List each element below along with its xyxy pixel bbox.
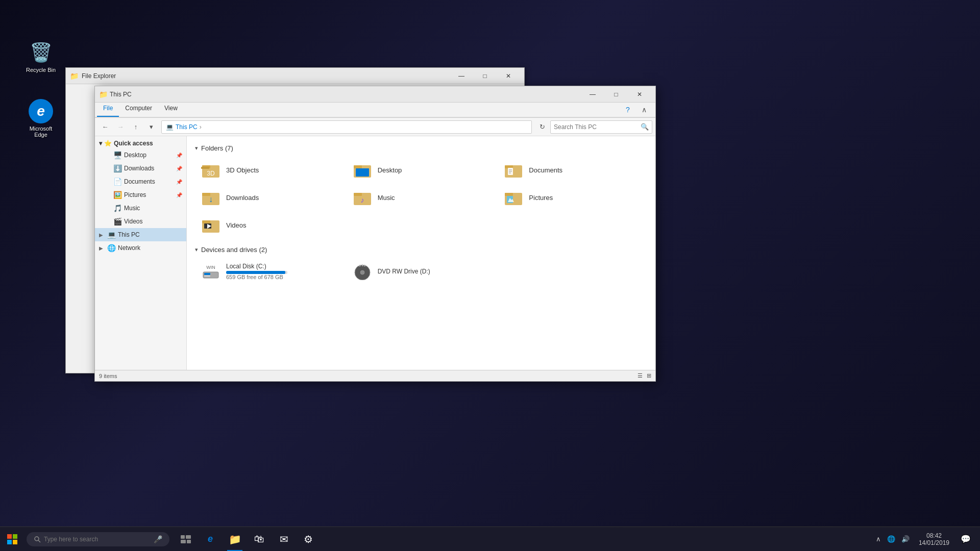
pin-icon: 📌 (176, 166, 182, 171)
folder-3d-objects[interactable]: 3D 3D Objects (195, 157, 345, 183)
maximize-button[interactable]: □ (604, 86, 628, 103)
network-icon[interactable]: 🌐 (884, 527, 898, 551)
folder-music[interactable]: ♪ Music (347, 185, 496, 210)
mail-taskbar-button[interactable]: ✉ (272, 527, 296, 552)
up-button[interactable]: ↑ (129, 120, 143, 134)
videos-label: Videos (226, 221, 247, 229)
svg-rect-39 (7, 540, 12, 544)
tab-view[interactable]: View (158, 103, 184, 117)
task-view-button[interactable] (174, 527, 198, 552)
svg-rect-24 (202, 220, 210, 223)
breadcrumb-this-pc: This PC (176, 123, 198, 131)
edge-label: Microsoft Edge (22, 126, 59, 138)
sidebar-item-documents[interactable]: 📄 Documents 📌 (95, 175, 186, 188)
videos-icon (201, 216, 221, 234)
settings-taskbar-button[interactable]: ⚙ (296, 527, 321, 552)
taskbar-search-box[interactable]: 🎤 (27, 532, 169, 546)
window-title: This PC (110, 91, 132, 98)
status-bar-right: ☰ ⊞ (638, 372, 651, 379)
bg-minimize-button[interactable]: — (450, 68, 473, 84)
address-bar[interactable]: 💻 This PC › (161, 120, 532, 134)
bg-maximize-button[interactable]: □ (473, 68, 497, 84)
folders-collapse-button[interactable]: ▾ (195, 145, 198, 152)
bg-close-button[interactable]: ✕ (497, 68, 520, 84)
sidebar: ▾ ⭐ Quick access 🖥️ Desktop 📌 ⬇️ Downloa… (95, 136, 187, 370)
grid-view-icon[interactable]: ⊞ (647, 372, 651, 379)
d-drive-icon: DVD (352, 262, 373, 281)
taskbar-clock[interactable]: 08:42 14/01/2019 (913, 527, 955, 551)
ribbon-collapse-button[interactable]: ∧ (637, 103, 651, 117)
minimize-button[interactable]: — (581, 86, 604, 103)
pictures-label: Pictures (124, 191, 146, 198)
microsoft-edge-icon[interactable]: e Microsoft Edge (20, 97, 61, 140)
ribbon-help-button[interactable]: ? (621, 103, 635, 117)
start-button[interactable] (0, 527, 24, 552)
address-breadcrumb: 💻 This PC › (166, 123, 202, 131)
documents-label: Documents (529, 166, 562, 174)
pin-icon: 📌 (176, 179, 182, 185)
music-folder-icon: 🎵 (113, 204, 122, 212)
this-pc-expand: ▶ (99, 232, 105, 238)
ribbon-tabs: File Computer View ? ∧ (95, 103, 655, 117)
file-explorer-taskbar-button[interactable]: 📁 (223, 527, 247, 552)
folder-desktop[interactable]: Desktop (347, 157, 496, 183)
forward-button[interactable]: → (113, 120, 128, 134)
documents-label: Documents (124, 178, 155, 185)
sidebar-item-desktop[interactable]: 🖥️ Desktop 📌 (95, 148, 186, 162)
notification-button[interactable]: 💬 (955, 527, 976, 552)
svg-rect-20 (505, 193, 513, 196)
recent-locations-button[interactable]: ▾ (144, 120, 158, 134)
store-taskbar-button[interactable]: 🛍 (247, 527, 272, 552)
svg-rect-43 (181, 535, 185, 539)
sidebar-item-network[interactable]: ▶ 🌐 Network (95, 241, 186, 255)
tab-file[interactable]: File (97, 103, 119, 117)
svg-text:↓: ↓ (209, 195, 213, 204)
svg-rect-6 (356, 168, 369, 177)
search-input[interactable] (554, 123, 641, 131)
back-button[interactable]: ← (98, 120, 112, 134)
sidebar-item-videos[interactable]: 🎬 Videos (95, 215, 186, 228)
drives-section-label: Devices and drives (2) (201, 246, 267, 254)
sidebar-item-music[interactable]: 🎵 Music (95, 202, 186, 215)
svg-rect-2 (201, 167, 209, 169)
tab-computer[interactable]: Computer (119, 103, 158, 117)
folder-videos[interactable]: Videos (195, 212, 345, 238)
3d-objects-icon: 3D (201, 161, 221, 179)
edge-taskbar-button[interactable]: e (198, 527, 223, 552)
folder-downloads[interactable]: ↓ Downloads (195, 185, 345, 210)
quick-access-header[interactable]: ▾ ⭐ Quick access (95, 138, 186, 148)
search-input[interactable] (44, 536, 154, 543)
videos-label: Videos (124, 218, 142, 225)
folder-documents[interactable]: Documents (498, 157, 647, 183)
desktop-label: Desktop (124, 152, 146, 159)
pin-icon: 📌 (176, 192, 182, 198)
c-drive-space: 659 GB free of 678 GB (226, 274, 287, 280)
volume-icon[interactable]: 🔊 (898, 527, 913, 551)
drive-d[interactable]: DVD DVD RW Drive (D:) (347, 259, 496, 284)
svg-text:3D: 3D (207, 170, 215, 177)
close-button[interactable]: ✕ (628, 86, 651, 103)
taskbar-apps: e 📁 🛍 ✉ ⚙ (174, 527, 321, 551)
folder-pictures[interactable]: Pictures (498, 185, 647, 210)
drives-collapse-button[interactable]: ▾ (195, 246, 198, 253)
documents-icon (503, 161, 524, 179)
sidebar-item-downloads[interactable]: ⬇️ Downloads 📌 (95, 162, 186, 175)
sidebar-item-this-pc[interactable]: ▶ 💻 This PC (95, 228, 186, 241)
refresh-button[interactable]: ↻ (535, 120, 549, 134)
ribbon: File Computer View ? ∧ (95, 103, 655, 118)
search-icon: 🔍 (641, 123, 649, 131)
downloads-label: Downloads (124, 165, 154, 172)
this-pc-window: 📁 This PC — □ ✕ File Computer View ? ∧ ← (94, 86, 656, 382)
quick-access-label: Quick access (114, 140, 153, 147)
list-view-icon[interactable]: ☰ (638, 372, 643, 379)
svg-rect-38 (13, 534, 17, 539)
item-count: 9 items (99, 373, 117, 379)
downloads-label: Downloads (226, 194, 259, 202)
hidden-icons-button[interactable]: ∧ (873, 527, 884, 551)
drive-c[interactable]: WIN Local Disk (C:) 659 GB free of 678 G… (195, 259, 345, 284)
content-area: ▾ ⭐ Quick access 🖥️ Desktop 📌 ⬇️ Downloa… (95, 136, 655, 370)
svg-rect-30 (204, 276, 210, 277)
search-box[interactable]: 🔍 (550, 120, 652, 134)
recycle-bin-icon[interactable]: 🗑️ Recycle Bin (20, 38, 61, 75)
sidebar-item-pictures[interactable]: 🖼️ Pictures 📌 (95, 188, 186, 202)
